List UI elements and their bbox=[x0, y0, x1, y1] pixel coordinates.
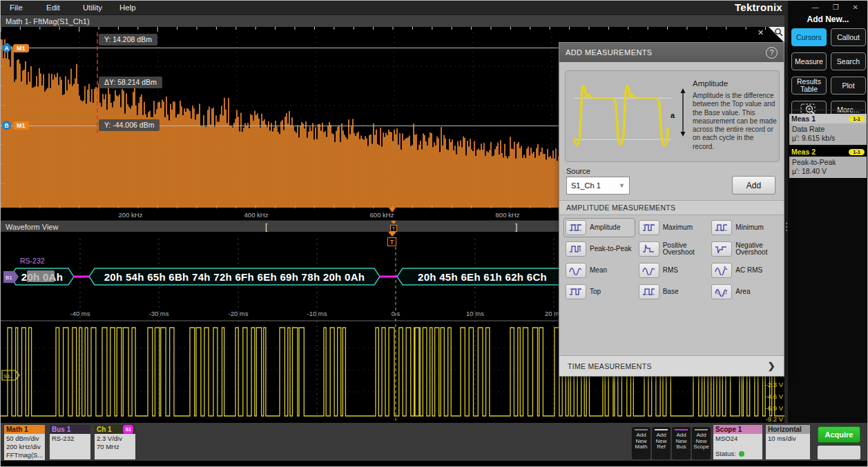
cursor-b-source-badge: M1 bbox=[13, 121, 29, 130]
math1-badge[interactable]: Math 1 50 dBm/div200 kHz/divFFTmag(S... bbox=[4, 425, 45, 459]
measurement-peak-to-peak[interactable]: Peak-to-Peak bbox=[563, 239, 635, 259]
magnifier-icon bbox=[774, 28, 783, 37]
trigger-bar-indicator[interactable]: T bbox=[390, 221, 397, 232]
sidebar-button-results-table[interactable]: Results Table bbox=[791, 77, 827, 95]
dialog-header[interactable]: ADD MEASUREMENTS ? bbox=[559, 43, 784, 62]
freq-tick-label: 200 kHz bbox=[119, 211, 143, 219]
menu-item-help[interactable]: Help bbox=[119, 3, 147, 12]
time-section-header[interactable]: TIME MEASUREMENTS ❯ bbox=[559, 355, 784, 376]
meas2-type: Peak-to-Peak bbox=[792, 158, 864, 167]
negative-overshoot-icon bbox=[711, 241, 732, 257]
button-add-new-ref[interactable]: AddNewRef bbox=[652, 427, 671, 459]
measurement-label: RMS bbox=[663, 267, 678, 275]
trigger-t-icon: T bbox=[387, 237, 396, 246]
measurement-rms[interactable]: RMS bbox=[637, 261, 708, 280]
status-green-dot bbox=[739, 451, 744, 457]
ch1-source-pill: S1 bbox=[123, 425, 133, 434]
source-dropdown[interactable]: S1_Ch 1 ▼ bbox=[566, 177, 630, 195]
scope1-badge[interactable]: Scope 1 MSO24 Status: bbox=[713, 425, 762, 459]
button-add-new-bus[interactable]: AddNewBus bbox=[672, 427, 691, 459]
measurement-minimum[interactable]: Minimum bbox=[709, 218, 781, 237]
cursor-b-marker[interactable]: B M1 bbox=[2, 121, 29, 130]
cursor-a-marker[interactable]: A M1 bbox=[2, 43, 29, 52]
freq-tick-label: 800 kHz bbox=[496, 211, 520, 219]
math1-title: Math 1 bbox=[4, 425, 45, 434]
close-icon[interactable]: ✕ bbox=[853, 3, 858, 11]
acquire-button[interactable]: Acquire bbox=[818, 426, 860, 443]
sidebar-button-measure[interactable]: Measure bbox=[791, 52, 827, 70]
measurement-base[interactable]: Base bbox=[637, 282, 708, 301]
area-icon bbox=[711, 284, 732, 299]
help-icon[interactable]: ? bbox=[766, 47, 778, 59]
minimize-icon[interactable]: — bbox=[812, 3, 819, 11]
description-text: Amplitude is the difference between the … bbox=[693, 92, 777, 151]
math-view-titlebar: Math 1- FftMag(S1_Ch1) bbox=[1, 14, 784, 27]
trigger-marker[interactable]: T bbox=[387, 232, 396, 246]
sidebar-button-search[interactable]: Search bbox=[831, 52, 866, 70]
base-icon bbox=[639, 284, 659, 299]
zoom-bracket-right[interactable]: ] bbox=[515, 222, 517, 232]
menu-item-utility[interactable]: Utility bbox=[83, 3, 110, 12]
window-controls: — ❐ ✕ bbox=[788, 1, 868, 13]
measurement-area[interactable]: Area bbox=[709, 282, 781, 301]
button-add-new-math[interactable]: AddNewMath bbox=[632, 427, 650, 459]
meas2-badge[interactable]: Meas 2 1-1 Peak-to-Peak µ': 18.40 V bbox=[789, 147, 867, 178]
stripe bbox=[675, 429, 688, 430]
bottom-strip bbox=[1, 461, 867, 466]
menu-item-edit[interactable]: Edit bbox=[46, 3, 74, 12]
maximum-icon bbox=[639, 220, 659, 235]
menu-item-file[interactable]: File bbox=[10, 3, 37, 12]
sidebar-button-cursors[interactable]: Cursors bbox=[791, 28, 827, 46]
measurement-negative-overshoot[interactable]: Negative Overshoot bbox=[709, 239, 781, 259]
ch1-badge[interactable]: Ch 1 S1 2.3 V/div70 MHz bbox=[95, 425, 135, 459]
maximize-icon[interactable]: ❐ bbox=[833, 3, 839, 11]
time-tick-label: -40 ms bbox=[70, 310, 90, 317]
voltage-scale-label: -4.6 V bbox=[760, 393, 783, 400]
stripe bbox=[695, 429, 708, 430]
meas1-badge[interactable]: Meas 1 1-1 Data Rate µ': 9.615 kb/s bbox=[789, 114, 867, 145]
measurement-top[interactable]: Top bbox=[563, 282, 635, 301]
time-tick-label: -20 ms bbox=[228, 310, 248, 317]
button-add-new-scope[interactable]: AddNewScope bbox=[692, 427, 711, 459]
measurement-label: Peak-to-Peak bbox=[590, 246, 632, 253]
cursor-delta-readout: ΔY: 58.214 dBm bbox=[99, 77, 162, 88]
measurement-grid: AmplitudeMaximumMinimumPeak-to-PeakPosit… bbox=[563, 218, 781, 301]
amplitude-diagram bbox=[571, 76, 675, 157]
empty-button-slot bbox=[818, 446, 860, 459]
stripe bbox=[655, 429, 668, 430]
amplitude-section-header: AMPLITUDE MEASUREMENTS bbox=[559, 200, 784, 215]
measurement-label: Positive Overshoot bbox=[663, 242, 706, 257]
add-button[interactable]: Add bbox=[732, 176, 775, 195]
tektronix-logo: Tektronix bbox=[735, 1, 782, 13]
badge-line: 200 kHz/div bbox=[6, 443, 43, 451]
horizontal-title: Horizontal bbox=[766, 425, 810, 434]
freq-tick-label: 600 kHz bbox=[370, 211, 394, 219]
bus1-badge[interactable]: Bus 1 RS-232 bbox=[50, 425, 90, 459]
chevron-down-icon: ▼ bbox=[619, 182, 625, 189]
badge-line: FFTmag(S... bbox=[6, 451, 43, 459]
amplitude-arrow-icon bbox=[678, 88, 688, 137]
add-measurements-dialog: ADD MEASUREMENTS ? a Amplitude Amplitude… bbox=[559, 42, 784, 377]
mean-icon bbox=[566, 263, 586, 278]
measurement-positive-overshoot[interactable]: Positive Overshoot bbox=[637, 239, 708, 259]
measurement-label: Mean bbox=[590, 267, 607, 275]
sidebar-button-plot[interactable]: Plot bbox=[831, 77, 866, 95]
measurement-maximum[interactable]: Maximum bbox=[637, 218, 708, 237]
measurement-amplitude[interactable]: Amplitude bbox=[563, 218, 635, 237]
peak-to-peak-icon bbox=[566, 241, 586, 257]
cursor-a-source-badge: M1 bbox=[13, 44, 29, 52]
dialog-title: ADD MEASUREMENTS bbox=[566, 48, 653, 57]
measurement-mean[interactable]: Mean bbox=[563, 261, 635, 280]
horizontal-badge[interactable]: Horizontal 10 ms/div bbox=[766, 425, 810, 459]
time-tick-label: -10 ms bbox=[307, 310, 327, 317]
sidebar-divider bbox=[789, 110, 867, 110]
minimum-icon bbox=[711, 220, 732, 235]
math-view-close-icon[interactable]: ✕ bbox=[758, 28, 764, 37]
measurement-ac-rms[interactable]: AC RMS bbox=[709, 261, 781, 280]
voltage-scale-label: -6.9 V bbox=[760, 404, 783, 412]
sidebar-button-callout[interactable]: Callout bbox=[831, 28, 866, 46]
trigger-arrow-icon bbox=[388, 232, 396, 237]
time-section-label: TIME MEASUREMENTS bbox=[568, 362, 652, 370]
zoom-bracket-left[interactable]: [ bbox=[265, 222, 267, 232]
measurement-label: Minimum bbox=[735, 224, 764, 232]
